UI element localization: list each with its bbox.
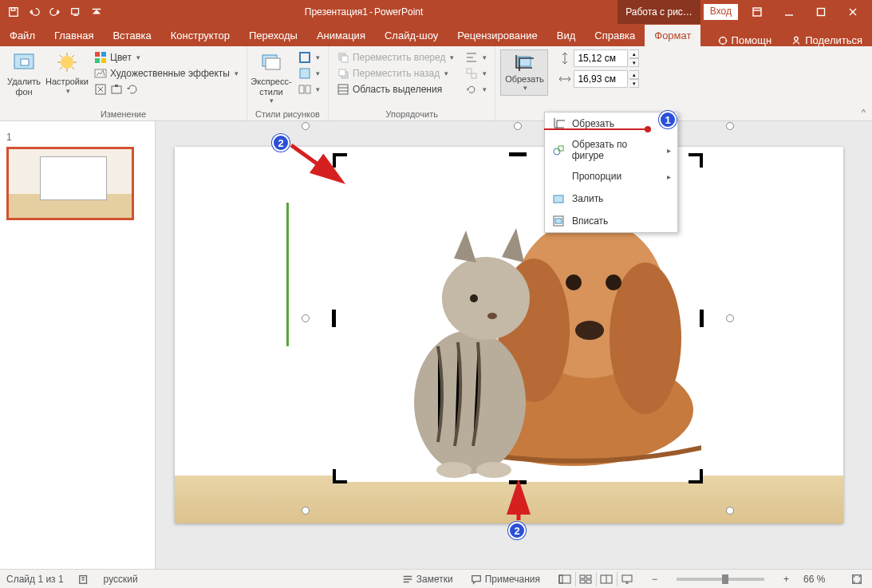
svg-rect-4 (818, 9, 825, 16)
selection-handle[interactable] (302, 507, 310, 515)
svg-point-42 (606, 274, 621, 290)
svg-rect-59 (580, 580, 585, 583)
svg-rect-0 (10, 8, 18, 17)
callout-1: 1 (659, 111, 677, 128)
svg-point-45 (442, 257, 530, 340)
collapse-ribbon-button[interactable]: ^ (862, 108, 866, 117)
height-down[interactable]: ▾ (629, 58, 639, 67)
redo-button[interactable] (46, 3, 64, 21)
selection-handle[interactable] (726, 122, 734, 130)
callout-2a: 2 (272, 134, 290, 152)
tab-view[interactable]: Вид (547, 25, 586, 46)
compress-pictures-button[interactable] (94, 83, 107, 96)
normal-view-button[interactable] (554, 572, 575, 586)
selection-handle[interactable] (726, 314, 734, 322)
quick-styles-button[interactable]: Экспресс-стили▾ (252, 49, 290, 105)
picture-border-button[interactable]: ▾ (295, 49, 323, 65)
crop-menu-crop[interactable]: Обрезать (545, 112, 677, 135)
corrections-button[interactable]: Настройки▾ (48, 49, 86, 95)
picture-layout-icon (298, 83, 311, 96)
crop-handle-br[interactable] (700, 469, 703, 483)
crop-menu-fit[interactable]: Вписать (545, 210, 677, 232)
save-button[interactable] (5, 3, 22, 21)
tab-transitions[interactable]: Переходы (239, 25, 307, 46)
selection-handle[interactable] (302, 314, 310, 322)
group-label-arrange: Упорядочить (333, 108, 490, 119)
change-picture-button[interactable] (110, 83, 123, 96)
slide-thumbnail-1[interactable] (6, 147, 134, 220)
align-button[interactable]: ▾ (462, 49, 490, 65)
notes-button[interactable]: Заметки (399, 574, 456, 585)
crop-handle-top[interactable] (509, 152, 527, 156)
rotate-icon (465, 83, 478, 96)
qat-customize-button[interactable] (88, 3, 105, 21)
zoom-in-button[interactable]: + (780, 574, 792, 585)
svg-point-43 (575, 321, 604, 340)
selection-handle[interactable] (726, 507, 734, 515)
zoom-level[interactable]: 66 % (803, 574, 837, 585)
rotate-button[interactable]: ▾ (462, 81, 490, 97)
reset-picture-button[interactable] (126, 83, 139, 96)
zoom-out-button[interactable]: − (649, 574, 661, 585)
maximize-button[interactable] (805, 0, 837, 24)
tab-design[interactable]: Конструктор (161, 25, 239, 46)
bring-forward-button[interactable]: Переместить вперед▾ (333, 49, 457, 65)
crop-handle-bl[interactable] (333, 469, 336, 483)
tab-animations[interactable]: Анимация (307, 25, 375, 46)
ribbon-display-options-button[interactable] (741, 0, 773, 24)
start-from-beginning-button[interactable] (67, 3, 85, 21)
tell-me-button[interactable]: Помощн (708, 34, 782, 46)
shape-height-field[interactable]: 15,12 см ▴▾ (558, 49, 639, 67)
width-up[interactable]: ▴ (629, 70, 639, 79)
slide-thumb-number: 1 (6, 132, 12, 143)
ribbon-group-styles: Экспресс-стили▾ ▾ ▾ ▾ Стили рисунков (247, 46, 329, 120)
tab-home[interactable]: Главная (45, 25, 103, 46)
slide-sorter-view-button[interactable] (575, 572, 596, 586)
artistic-effects-button[interactable]: Художественные эффекты▾ (91, 65, 242, 81)
crop-handle-left[interactable] (332, 310, 336, 327)
svg-rect-62 (622, 575, 632, 582)
slide-canvas-area[interactable]: 2 2 (156, 121, 872, 569)
crop-menu-aspect[interactable]: Пропорции▸ (545, 165, 677, 187)
spell-check-button[interactable] (75, 574, 93, 585)
language-indicator[interactable]: русский (104, 574, 138, 585)
svg-rect-10 (95, 52, 100, 57)
close-button[interactable] (837, 0, 869, 24)
width-down[interactable]: ▾ (629, 79, 639, 88)
undo-button[interactable] (26, 3, 43, 21)
slide-indicator: Слайд 1 из 1 (6, 574, 64, 585)
fit-icon (551, 214, 566, 228)
height-up[interactable]: ▴ (629, 49, 639, 58)
crop-menu-fill[interactable]: Залить (545, 187, 677, 210)
zoom-slider-thumb[interactable] (722, 574, 728, 584)
tab-insert[interactable]: Вставка (103, 25, 160, 46)
zoom-slider[interactable] (677, 578, 764, 581)
remove-background-button[interactable]: Удалить фон (5, 49, 43, 97)
minimize-button[interactable] (773, 0, 805, 24)
color-button[interactable]: Цвет▾ (91, 49, 242, 65)
selection-handle[interactable] (514, 122, 522, 130)
tab-file[interactable]: Файл (0, 25, 45, 46)
fit-to-window-button[interactable] (848, 574, 866, 585)
crop-menu-shape[interactable]: Обрезать по фигуре▸ (545, 135, 677, 165)
share-button[interactable]: Поделиться (781, 34, 872, 46)
tab-format[interactable]: Формат (645, 25, 700, 46)
tab-help[interactable]: Справка (585, 25, 645, 46)
reading-view-button[interactable] (596, 572, 617, 586)
group-objects-button[interactable]: ▾ (462, 65, 490, 81)
sign-in-button[interactable]: Вход (704, 4, 738, 20)
picture-layout-button[interactable]: ▾ (295, 81, 323, 97)
send-backward-button[interactable]: Переместить назад▾ (333, 65, 457, 81)
picture-effects-button[interactable]: ▾ (295, 65, 323, 81)
crop-handle-tr[interactable] (700, 153, 703, 168)
selection-handle[interactable] (302, 122, 310, 130)
selection-pane-button[interactable]: Область выделения (333, 81, 457, 97)
crop-handle-right[interactable] (700, 310, 704, 327)
tab-review[interactable]: Рецензирование (448, 25, 546, 46)
slideshow-view-button[interactable] (617, 572, 637, 586)
svg-rect-11 (101, 52, 106, 57)
shape-width-field[interactable]: 16,93 см ▴▾ (558, 70, 639, 88)
tab-slideshow[interactable]: Слайд-шоу (375, 25, 448, 46)
comments-button[interactable]: Примечания (468, 574, 543, 585)
crop-button[interactable]: Обрезать ▾ (500, 49, 548, 96)
